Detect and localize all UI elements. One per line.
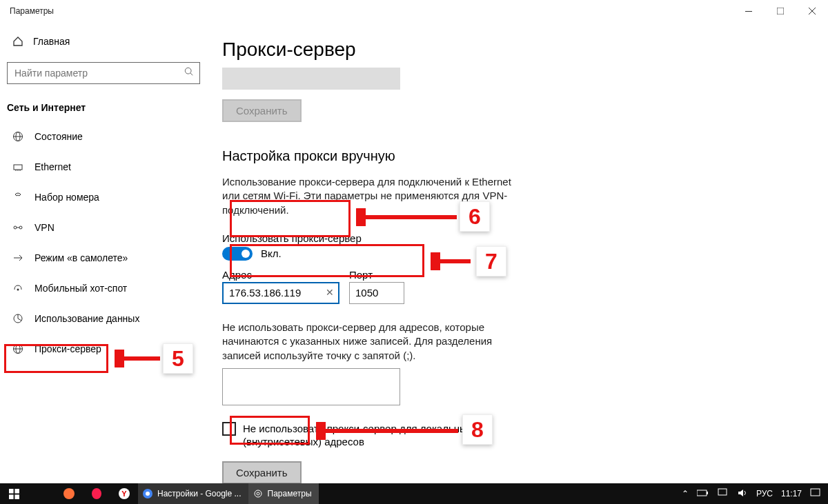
vpn-icon [12,222,23,233]
minimize-button[interactable] [733,0,765,22]
svg-point-16 [17,289,19,291]
svg-point-31 [255,490,262,497]
svg-point-13 [14,226,17,229]
sidebar-item-vpn[interactable]: VPN [0,212,207,243]
local-bypass-checkbox[interactable] [222,422,236,436]
svg-rect-33 [697,490,707,496]
sidebar-item-status[interactable]: Состояние [0,121,207,152]
airplane-icon [12,252,23,263]
home-nav[interactable]: Главная [0,28,207,55]
notification-icon[interactable] [810,488,821,500]
sidebar-label: Использование данных [34,313,139,324]
exceptions-input[interactable] [222,368,400,405]
exceptions-description: Не использовать прокси-сервер для адресо… [222,321,519,363]
address-label: Адрес [222,269,339,281]
svg-rect-23 [9,494,14,499]
sidebar-label: Прокси-сервер [34,343,101,354]
disabled-script-input [222,68,400,90]
sidebar-item-datausage[interactable]: Использование данных [0,303,207,334]
proxy-toggle-label: Использовать прокси-сервер [222,232,814,244]
taskbar-settings[interactable]: Параметры [248,483,319,504]
proxy-toggle-state: Вкл. [261,248,282,259]
svg-rect-36 [811,489,820,496]
section-description: Использование прокси-сервера для подключ… [222,175,526,217]
svg-point-26 [92,488,101,499]
hotspot-icon [12,283,23,294]
taskbar: Y Настройки - Google ... Параметры ⌃ РУС… [0,483,828,504]
svg-point-30 [146,492,150,496]
taskbar-chrome[interactable]: Настройки - Google ... [138,483,248,504]
data-icon [12,313,23,324]
svg-rect-1 [777,8,784,14]
cortana-button[interactable] [28,483,55,504]
address-port-row: Адрес ✕ Порт [222,266,814,307]
tray-chevron-icon[interactable]: ⌃ [682,489,689,498]
sidebar-item-ethernet[interactable]: Ethernet [0,152,207,182]
sidebar-label: Мобильный хот-спот [34,283,127,294]
port-input[interactable] [349,282,404,304]
sidebar-label: Режим «в самолете» [34,252,128,263]
svg-point-32 [257,492,259,495]
svg-rect-34 [707,492,708,494]
home-icon [12,36,23,47]
category-title: Сеть и Интернет [0,94,207,121]
content: Прокси-сервер Сохранить Настройка прокси… [207,22,828,483]
close-button[interactable] [796,0,828,22]
taskbar-opera[interactable] [83,483,110,504]
svg-rect-24 [14,494,19,499]
clock[interactable]: 11:17 [781,489,802,498]
sidebar-item-hotspot[interactable]: Мобильный хот-спот [0,273,207,303]
clear-icon[interactable]: ✕ [326,287,334,298]
taskbar-chrome-label: Настройки - Google ... [157,489,241,498]
sidebar-item-dialup[interactable]: Набор номера [0,182,207,212]
language-indicator[interactable]: РУС [756,489,773,498]
battery-icon[interactable] [697,489,709,499]
taskbar-firefox[interactable] [55,483,83,504]
search-icon [184,67,194,79]
sidebar: Главная Сеть и Интернет Состояние Ethern… [0,22,207,483]
page-title: Прокси-сервер [222,39,814,61]
system-tray: ⌃ РУС 11:17 [682,488,828,500]
sidebar-label: Набор номера [34,192,99,203]
maximize-button[interactable] [765,0,796,22]
local-bypass-label: Не использовать прокси-сервер для локаль… [243,422,519,449]
home-label: Главная [33,36,70,47]
globe-icon [12,131,23,142]
proxy-icon [12,343,23,354]
svg-point-14 [19,226,22,229]
save-button-disabled: Сохранить [222,99,302,122]
taskbar-settings-label: Параметры [268,489,312,498]
address-input[interactable] [222,282,339,304]
save-button[interactable]: Сохранить [222,461,302,483]
sidebar-item-proxy[interactable]: Прокси-сервер [0,334,207,364]
network-icon[interactable] [718,488,729,500]
section-title: Настройка прокси вручную [222,148,814,164]
proxy-toggle[interactable] [222,247,253,261]
proxy-toggle-block: Использовать прокси-сервер Вкл. [222,230,814,266]
sidebar-label: VPN [34,222,55,233]
svg-rect-0 [745,11,752,12]
sidebar-label: Состояние [34,131,83,142]
titlebar: Параметры [0,0,828,22]
sound-icon[interactable] [737,488,748,500]
dialup-icon [12,192,23,203]
port-label: Порт [349,269,404,281]
svg-rect-35 [718,489,727,495]
sidebar-label: Ethernet [34,161,71,172]
ethernet-icon [12,161,23,172]
start-button[interactable] [0,483,28,504]
taskbar-yandex[interactable]: Y [110,483,138,504]
svg-rect-9 [14,165,22,170]
svg-point-25 [63,488,75,499]
svg-rect-22 [14,489,19,494]
svg-line-5 [190,73,193,76]
svg-text:Y: Y [121,490,127,498]
search-input[interactable] [14,68,184,79]
gear-icon [253,488,264,499]
window-title: Параметры [10,6,54,16]
svg-rect-21 [9,489,14,494]
search-box[interactable] [7,62,200,84]
sidebar-item-airplane[interactable]: Режим «в самолете» [0,243,207,273]
